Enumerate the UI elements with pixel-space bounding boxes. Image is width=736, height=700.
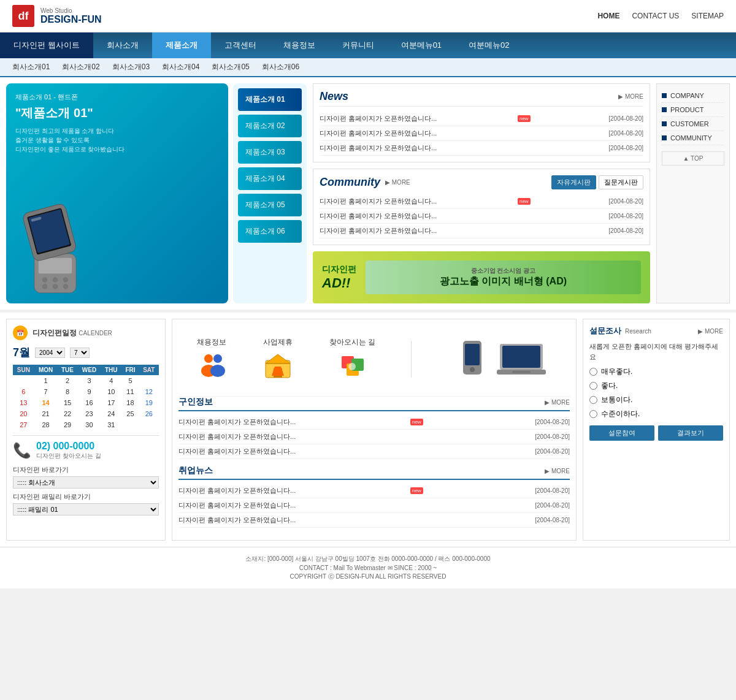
cal-header-thu: THU — [101, 365, 121, 375]
community-text-1: 디자이펀 홈페이지가 오픈하였습니다... — [320, 211, 437, 221]
survey-option-3[interactable]: 수준이하다. — [589, 409, 723, 419]
product-section: 제품소개 01 - 핸드폰 "제품소개 01" 디자인펀 최고의 제품을 소개 … — [6, 83, 307, 303]
svg-point-16 — [210, 365, 225, 377]
survey-option-label-3: 수준이하다. — [601, 409, 640, 419]
icon-label-hiring: 채용정보 — [196, 337, 227, 348]
month-select[interactable]: 7 — [70, 348, 90, 358]
community-title: Community — [320, 176, 380, 189]
nav-item-6[interactable]: 여분메뉴01 — [388, 32, 455, 58]
news-date-1: [2004-08-20] — [608, 130, 643, 137]
month-label: 7월 — [13, 345, 30, 360]
nav-item-2[interactable]: 제품소개 — [152, 32, 211, 58]
product-menu-item-5[interactable]: 제품소개 06 — [238, 220, 302, 243]
quick-label-3: COMMUNITY — [670, 134, 712, 142]
nav-item-5[interactable]: 커뮤니티 — [329, 32, 388, 58]
nav-item-4[interactable]: 채용정보 — [270, 32, 329, 58]
laptop-product-icon — [497, 341, 546, 378]
product-hero-title: "제품소개 01" — [15, 105, 219, 121]
survey-more-button[interactable]: ▶ MORE — [698, 328, 723, 335]
calendar-subtitle: CALENDER — [79, 330, 112, 337]
survey-radio-0[interactable] — [589, 368, 597, 376]
sub-nav-2[interactable]: 회사소개03 — [112, 62, 150, 72]
sub-news-jobs-header: 취업뉴스 ▶ MORE — [178, 465, 570, 480]
footer-address: 소재지: [000-000] 서울시 강남구 00빌딩 1007호 전화 000… — [6, 555, 730, 563]
survey-option-0[interactable]: 매우좋다. — [589, 367, 723, 377]
year-select[interactable]: 2004 — [35, 348, 65, 358]
sub-nav-4[interactable]: 회사소개05 — [212, 62, 249, 72]
contact-icon: 📞 — [13, 442, 31, 459]
calendar-header: 📅 디자인펀일정 CALENDER — [13, 325, 159, 340]
calendar-body: 1234567891011121314151617181920212223242… — [13, 375, 159, 430]
product-menu-item-1[interactable]: 제품소개 02 — [238, 115, 302, 137]
community-date-2: [2004-08-20] — [608, 227, 643, 234]
contact-label: 디자인펀 찾아오시는 길 — [36, 452, 101, 460]
jobs-date-2: [2004-08-20] — [535, 517, 570, 523]
quick-item-2[interactable]: CUSTOMER — [662, 117, 724, 131]
nav-item-1[interactable]: 회사소개 — [93, 32, 152, 58]
jobs-date-0: [2004-08-20] — [535, 487, 570, 494]
icons-row: 채용정보 사업제휴 — [178, 325, 570, 397]
top-button[interactable]: ▲ TOP — [662, 151, 724, 165]
product-hero: 제품소개 01 - 핸드폰 "제품소개 01" 디자인펀 최고의 제품을 소개 … — [6, 83, 228, 303]
survey-option-label-1: 좋다. — [601, 381, 618, 391]
ql-select-2[interactable]: ::::: 패밀리 01 — [13, 503, 159, 515]
product-menu-item-0[interactable]: 제품소개 01 — [238, 88, 302, 111]
ad-right[interactable]: 중소기업 컨소시엄 광고 광고노출 이미지 배너형 (AD) — [366, 261, 641, 294]
hiring-date-0: [2004-08-20] — [535, 419, 570, 425]
sub-news-jobs-title: 취업뉴스 — [178, 465, 213, 476]
middle-section: 채용정보 사업제휴 — [172, 319, 577, 541]
top-nav-contact[interactable]: CONTACT US — [632, 12, 679, 20]
svg-rect-30 — [502, 346, 540, 368]
section-divider — [411, 341, 412, 378]
main-nav: 디자인펀 웹사이트 회사소개 제품소개 고객센터 채용정보 커뮤니티 여분메뉴0… — [0, 32, 736, 58]
sub-nav-3[interactable]: 회사소개04 — [162, 62, 199, 72]
sub-news-hiring-more[interactable]: ▶ MORE — [545, 399, 570, 406]
icon-item-partnership[interactable]: 사업제휴 — [263, 337, 293, 382]
quick-label-1: PRODUCT — [670, 106, 703, 113]
sub-nav-0[interactable]: 회사소개01 — [12, 62, 50, 72]
footer-copyright: COPYRIGHT ⓒ DESIGN-FUN ALL RIGHTS RESERV… — [6, 573, 730, 581]
community-tab-1[interactable]: 질문게시판 — [599, 175, 643, 189]
survey-radio-1[interactable] — [589, 382, 597, 390]
survey-subtitle: Research — [625, 328, 651, 335]
product-menu-item-3[interactable]: 제품소개 04 — [238, 167, 302, 190]
sub-nav-1[interactable]: 회사소개02 — [62, 62, 99, 72]
sub-news-jobs-more[interactable]: ▶ MORE — [545, 468, 570, 474]
ad-subtitle: 중소기업 컨소시엄 광고 — [372, 267, 635, 275]
sub-nav-5[interactable]: 회사소개06 — [262, 62, 299, 72]
survey-result-button[interactable]: 결과보기 — [658, 425, 723, 441]
hiring-icon — [196, 351, 227, 382]
news-item-0: 디자이펀 홈페이지가 오픈하였습니다... new [2004-08-20] — [320, 112, 643, 126]
quick-label-0: COMPANY — [670, 92, 704, 99]
news-more-button[interactable]: ▶ MORE — [618, 93, 643, 100]
quick-item-0[interactable]: COMPANY — [662, 89, 724, 103]
nav-item-7[interactable]: 여분메뉴02 — [455, 32, 523, 58]
hiring-item-1: 디자이펀 홈페이지가 오픈하였습니다... [2004-08-20] — [178, 430, 570, 444]
top-nav-sitemap[interactable]: SITEMAP — [691, 12, 724, 20]
survey-option-1[interactable]: 좋다. — [589, 381, 723, 391]
community-tabs: 자유게시판 질문게시판 — [551, 175, 643, 189]
jobs-text-2: 디자이펀 홈페이지가 오픈하였습니다... — [178, 515, 296, 525]
community-more-button[interactable]: ▶ MORE — [385, 179, 410, 186]
svg-rect-2 — [39, 258, 72, 274]
survey-radio-2[interactable] — [589, 396, 597, 404]
survey-submit-button[interactable]: 설문참여 — [589, 425, 654, 441]
cal-header-wed: WED — [78, 365, 101, 375]
icon-item-hiring[interactable]: 채용정보 — [196, 337, 227, 382]
nav-item-0[interactable]: 디자인펀 웹사이트 — [0, 32, 93, 58]
top-nav-home[interactable]: HOME — [597, 12, 619, 20]
survey-radio-3[interactable] — [589, 410, 597, 418]
icon-label-partnership: 사업제휴 — [263, 337, 293, 348]
product-hero-subtitle: 제품소개 01 - 핸드폰 — [15, 93, 219, 102]
nav-item-3[interactable]: 고객센터 — [211, 32, 270, 58]
icon-item-directions[interactable]: 찾아오시는 길 — [329, 337, 375, 382]
quick-item-1[interactable]: PRODUCT — [662, 103, 724, 117]
survey-option-2[interactable]: 보통이다. — [589, 395, 723, 405]
community-tab-0[interactable]: 자유게시판 — [551, 175, 596, 189]
quick-item-3[interactable]: COMMUNITY — [662, 131, 724, 145]
product-menu-item-2[interactable]: 제품소개 03 — [238, 141, 302, 164]
product-menu-item-4[interactable]: 제품소개 05 — [238, 194, 302, 216]
svg-point-8 — [63, 284, 69, 289]
phone-illustration — [12, 191, 98, 295]
ql-select-1[interactable]: ::::: 회사소개 — [13, 476, 159, 489]
